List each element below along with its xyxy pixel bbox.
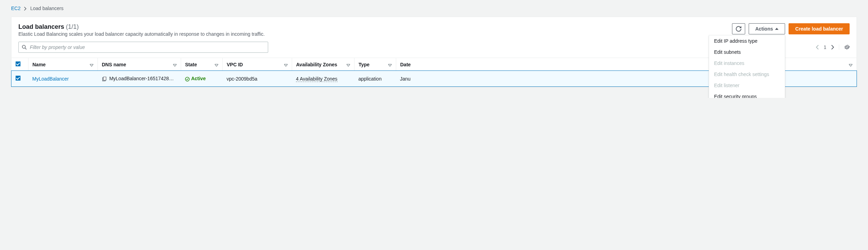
gear-icon [844,44,850,50]
title-text: Load balancers [18,23,64,30]
lb-dns-name: MyLoadBalancer-16517428… [109,76,174,81]
sort-icon [284,62,288,67]
lb-name-link[interactable]: MyLoadBalancer [32,76,69,82]
col-date-label: Date [400,62,411,67]
lb-type: application [358,76,382,82]
breadcrumb-current: Load balancers [30,6,63,11]
col-name[interactable]: Name [28,58,97,71]
page-title: Load balancers (1/1) [18,23,732,31]
lb-state: Active [191,76,206,81]
actions-button[interactable]: Actions [749,23,785,34]
sort-icon [347,62,350,67]
sort-icon [388,62,392,67]
copy-icon[interactable] [102,76,108,81]
actions-label: Actions [755,26,773,32]
col-vpc[interactable]: VPC ID [222,58,292,71]
col-date[interactable]: Date [396,58,857,71]
pager-page: 1 [824,44,826,50]
row-checkbox[interactable] [16,76,20,81]
pager-next[interactable] [831,45,834,50]
sort-icon [173,62,177,67]
col-az-label: Availability Zones [296,62,338,67]
col-dns[interactable]: DNS name [97,58,181,71]
lb-vpc-id: vpc-2009bd5a [227,76,257,82]
breadcrumb-root-link[interactable]: EC2 [11,6,20,11]
menu-edit-listener: Edit listener [709,80,785,91]
actions-dropdown: Edit IP address type Edit subnets Edit i… [709,35,785,98]
sort-icon [849,62,852,67]
menu-edit-security-groups[interactable]: Edit security groups [709,91,785,98]
col-az[interactable]: Availability Zones [292,58,354,71]
svg-rect-3 [103,77,106,80]
menu-edit-subnets[interactable]: Edit subnets [709,47,785,58]
col-name-label: Name [33,62,46,67]
select-all-checkbox[interactable] [16,61,20,66]
settings-button[interactable] [839,44,850,50]
col-type-label: Type [359,62,370,67]
svg-line-1 [25,48,26,49]
lb-date: Janu [400,76,410,82]
col-state[interactable]: State [181,58,222,71]
menu-edit-health-check: Edit health check settings [709,69,785,80]
pager-prev[interactable] [816,45,819,50]
search-input[interactable] [18,42,268,53]
title-count: (1/1) [66,23,79,30]
chevron-right-icon [24,6,27,11]
sort-icon [90,62,93,67]
col-state-label: State [185,62,197,67]
breadcrumb: EC2 Load balancers [0,0,868,14]
load-balancers-panel: Load balancers (1/1) Elastic Load Balanc… [11,17,857,87]
col-type[interactable]: Type [354,58,396,71]
menu-edit-instances: Edit instances [709,58,785,69]
col-vpc-label: VPC ID [227,62,243,67]
page-subtitle: Elastic Load Balancing scales your load … [18,31,732,37]
menu-edit-ip[interactable]: Edit IP address type [709,35,785,47]
status-icon [185,76,191,81]
caret-up-icon [775,28,778,30]
refresh-button[interactable] [732,23,745,34]
col-checkbox[interactable] [11,58,28,71]
lb-az[interactable]: 4 Availability Zones [296,76,338,82]
create-load-balancer-button[interactable]: Create load balancer [789,23,850,34]
sort-icon [215,62,218,67]
search-icon [22,45,27,50]
svg-point-0 [22,45,25,48]
col-dns-label: DNS name [102,62,126,67]
refresh-icon [736,26,741,32]
